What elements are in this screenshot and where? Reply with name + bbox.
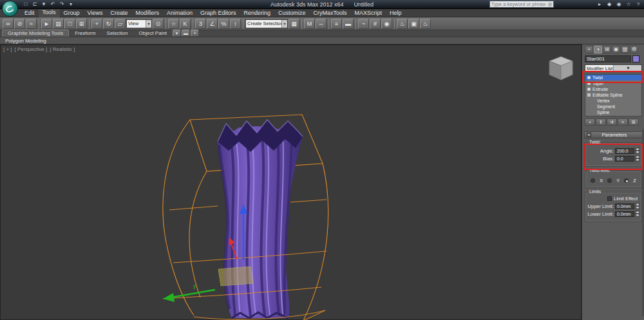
undo-icon[interactable]: ↶ <box>49 1 57 8</box>
viewport-general-menu[interactable]: [ + ] <box>3 46 12 52</box>
viewport-shading-menu[interactable]: [ Realistic ] <box>50 46 75 52</box>
select-object-icon[interactable]: ► <box>41 19 52 29</box>
ribbon-add-icon[interactable]: + <box>191 30 199 37</box>
ribbon-tab-freeform[interactable]: Freeform <box>70 30 100 37</box>
remove-modifier-icon[interactable]: × <box>618 118 628 126</box>
application-menu-logo[interactable] <box>2 1 18 17</box>
curve-editor-icon[interactable]: ~ <box>358 19 369 29</box>
lower-limit-spinner[interactable] <box>635 211 640 217</box>
schematic-view-icon[interactable]: # <box>370 19 381 29</box>
select-and-link-icon[interactable]: ∞ <box>3 19 14 29</box>
material-editor-icon[interactable]: ◉ <box>381 19 392 29</box>
search-icon[interactable]: ◎ <box>547 1 553 8</box>
modify-tab-icon[interactable]: ◑ <box>594 46 602 53</box>
limit-effect-checkbox[interactable] <box>607 196 612 201</box>
menu-item-edit[interactable]: Edit <box>21 9 39 17</box>
axis-x-radio[interactable] <box>591 178 595 183</box>
menu-item-group[interactable]: Group <box>60 9 84 17</box>
upper-limit-field[interactable]: 0.0mm <box>615 203 634 209</box>
viewcube[interactable] <box>549 57 573 80</box>
keyboard-override-icon[interactable]: K <box>180 19 191 29</box>
menu-item-tools[interactable]: Tools <box>39 9 60 17</box>
save-file-icon[interactable]: ▼ <box>40 1 48 8</box>
select-and-scale-icon[interactable]: ▱ <box>115 19 126 29</box>
stack-item-twist[interactable]: Twist <box>585 75 641 80</box>
bias-field[interactable]: 0.0 <box>615 156 634 162</box>
percent-snap-icon[interactable]: % <box>218 19 229 29</box>
search-input[interactable] <box>490 1 547 7</box>
pin-stack-icon[interactable]: ▪ <box>585 118 595 126</box>
stack-item-editable-spline[interactable]: Editable Spline <box>585 92 641 98</box>
named-selection-sets-dropdown[interactable]: Create Selection Se▾ <box>245 19 288 28</box>
stack-item-taper[interactable]: Taper <box>585 80 641 86</box>
menu-item-modifiers[interactable]: Modifiers <box>131 9 163 17</box>
modifier-list-dropdown[interactable]: Modifier List ▾ <box>585 64 642 72</box>
make-unique-icon[interactable]: ⇉ <box>607 118 617 126</box>
angle-snap-icon[interactable]: ∠ <box>207 19 218 29</box>
open-file-icon[interactable]: ⊏ <box>31 1 39 8</box>
selection-region-icon[interactable]: □ <box>64 19 75 29</box>
lower-limit-field[interactable]: 0.0mm <box>615 211 634 217</box>
chevron-down-icon[interactable]: ▾ <box>146 20 151 28</box>
render-setup-icon[interactable]: ♨ <box>397 19 408 29</box>
edit-named-sets-icon[interactable]: ▦ <box>289 19 299 29</box>
menu-item-customize[interactable]: Customize <box>274 9 310 17</box>
menu-item-crymaxtools[interactable]: CryMaxTools <box>310 9 351 17</box>
redo-icon[interactable]: ↷ <box>58 1 66 8</box>
create-tab-icon[interactable]: + <box>585 46 593 53</box>
ribbon-toggle-icon[interactable]: ▬ <box>343 19 354 29</box>
upper-limit-spinner[interactable] <box>635 203 640 209</box>
select-and-move-icon[interactable]: + <box>91 19 102 29</box>
show-end-result-icon[interactable]: ‖ <box>596 118 606 126</box>
modifier-bulb-icon[interactable] <box>587 82 591 85</box>
ribbon-tab-object-paint[interactable]: Object Paint <box>134 30 173 37</box>
menu-item-create[interactable]: Create <box>106 9 131 17</box>
modifier-bulb-icon[interactable] <box>587 76 591 79</box>
chevron-down-icon[interactable]: ▾ <box>613 65 641 71</box>
menu-item-maxscript[interactable]: MAXScript <box>351 9 386 17</box>
select-by-name-icon[interactable]: ▤ <box>53 19 64 29</box>
render-production-icon[interactable]: ♨ <box>420 19 431 29</box>
modifier-bulb-icon[interactable] <box>587 88 591 91</box>
stack-item-segment[interactable]: Segment <box>585 104 641 109</box>
menu-item-graph-editors[interactable]: Graph Editors <box>196 9 240 17</box>
communication-center-icon[interactable]: ◉ <box>615 1 623 8</box>
subscription-center-icon[interactable]: ◆ <box>605 1 613 8</box>
stack-item-extrude[interactable]: Extrude <box>585 86 641 92</box>
display-tab-icon[interactable]: ▥ <box>621 46 629 53</box>
reference-coordinate-dropdown[interactable]: View▾ <box>126 19 152 28</box>
polygon-modeling-panel[interactable]: Polygon Modeling <box>5 38 46 44</box>
help-icon[interactable]: ? <box>634 1 642 8</box>
rendered-frame-icon[interactable]: ▣ <box>408 19 419 29</box>
ribbon-options-icon[interactable]: ▾ <box>173 30 181 37</box>
bias-spinner[interactable] <box>635 155 640 162</box>
unlink-selection-icon[interactable]: ⊘ <box>14 19 25 29</box>
perspective-viewport[interactable]: [ + ][ Perspective ][ Realistic ] <box>0 44 582 320</box>
ribbon-tab-selection[interactable]: Selection <box>102 30 133 37</box>
layer-manager-icon[interactable]: ≡ <box>331 19 342 29</box>
new-scene-icon[interactable]: □ <box>22 1 30 8</box>
search-go-icon[interactable]: ▸ <box>596 1 603 8</box>
snap-toggle-icon[interactable]: 3 <box>195 19 206 29</box>
bind-to-space-warp-icon[interactable]: ≈ <box>26 19 37 29</box>
configure-modifier-sets-icon[interactable]: ⊞ <box>629 118 639 126</box>
menu-item-help[interactable]: Help <box>386 9 406 17</box>
gizmo-plane-handle[interactable] <box>218 267 253 286</box>
axis-z-radio[interactable] <box>624 178 629 183</box>
menu-item-animation[interactable]: Animation <box>163 9 196 17</box>
axis-y-radio[interactable] <box>607 178 612 183</box>
menu-item-views[interactable]: Views <box>84 9 107 17</box>
qat-dropdown-icon[interactable]: ▾ <box>67 1 75 8</box>
object-name-field[interactable] <box>585 55 631 62</box>
gizmo-y-axis[interactable]: y <box>163 283 215 302</box>
stack-item-vertex[interactable]: Vertex <box>585 98 641 104</box>
angle-field[interactable]: 200.0 <box>615 148 634 154</box>
use-pivot-center-icon[interactable]: ⊙ <box>153 19 164 29</box>
favorites-icon[interactable]: ☆ <box>625 1 632 8</box>
motion-tab-icon[interactable]: ◉ <box>612 46 620 53</box>
angle-spinner[interactable] <box>635 147 640 154</box>
collapse-icon[interactable] <box>587 133 591 137</box>
select-and-rotate-icon[interactable]: ↻ <box>103 19 114 29</box>
mirror-icon[interactable]: M <box>304 19 315 29</box>
hierarchy-tab-icon[interactable]: ⊞ <box>603 46 611 53</box>
